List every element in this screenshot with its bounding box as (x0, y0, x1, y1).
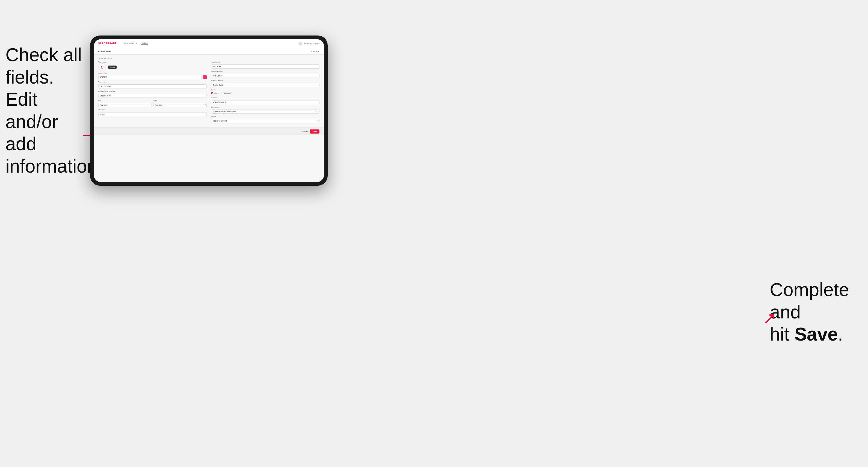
city-state-row: City State New York ✕ ▾ (98, 100, 207, 107)
annotation-right-line1: Complete and (770, 279, 849, 322)
annotation-right: Complete and hit Save. (770, 279, 863, 345)
division-label: Division (211, 97, 319, 99)
division-field: Division NCAA Division III ▾ (211, 97, 319, 104)
city-field: City (98, 100, 152, 107)
division-select[interactable]: NCAA Division III (211, 100, 319, 104)
state-select[interactable]: New York (153, 103, 207, 107)
brand-name: SCOREBOARD (98, 42, 117, 44)
conference-label: Conference (211, 106, 319, 108)
form-col-left: Team logo C Upload Team colour (98, 61, 207, 125)
save-button[interactable]: Save (310, 129, 319, 133)
division-select-wrapper: NCAA Division III ▾ (211, 99, 319, 104)
display-name-field: Display name (unique) (98, 90, 207, 98)
zip-label: Zip code (98, 109, 207, 111)
assistant-coach-field: Assistant Coach (211, 70, 319, 78)
city-input[interactable] (98, 103, 152, 107)
arrow-right-indicator: ↗ (763, 309, 777, 328)
athletic-director-field: Athletic Director (211, 80, 319, 87)
tablet-screen: SCOREBOARD Powered by clippd TOURNAMENTS… (94, 39, 324, 182)
city-label: City (98, 100, 152, 101)
annotation-line1: Check all fields. (5, 44, 82, 87)
annotation-line2: Edit and/or add (5, 89, 58, 154)
state-field: State New York ✕ ▾ (153, 100, 207, 107)
close-icon[interactable]: ✕ (318, 51, 319, 53)
user-name: Test User | (304, 43, 312, 44)
team-logo-label: Team logo (98, 61, 207, 63)
mens-label: Mens (214, 92, 218, 94)
region-select-wrapper: Region II - (M) DIII ✕ ▾ (211, 118, 319, 123)
region-field: Region Region II - (M) DIII ✕ ▾ (211, 116, 319, 123)
upload-button[interactable]: Upload (108, 66, 117, 69)
conference-select-wrapper: University Athletic Association ✕ ▾ (211, 108, 319, 114)
form-col-right: Head Coach Assistant Coach Athletic Dire… (211, 61, 319, 125)
state-clear-icon[interactable]: ✕ (203, 103, 204, 105)
gender-field: Gender Mens Womens (211, 89, 319, 95)
form-columns: Team logo C Upload Team colour (98, 61, 319, 125)
zip-field: Zip code (98, 109, 207, 116)
state-select-wrapper: New York ✕ ▾ (153, 102, 207, 107)
gender-womens-option[interactable]: Womens (221, 92, 231, 94)
logo-section: C Upload (98, 63, 207, 71)
head-coach-input[interactable] (211, 64, 319, 68)
page-content: Create Team Cancel ✕ TEAM DETAILS Team l… (94, 48, 324, 182)
team-name-field: Team name (98, 81, 207, 89)
color-preview-swatch[interactable] (203, 75, 207, 79)
navbar: SCOREBOARD Powered by clippd TOURNAMENTS… (94, 39, 324, 48)
region-select[interactable]: Region II - (M) DIII (211, 119, 319, 123)
display-name-input[interactable] (98, 94, 207, 98)
assistant-coach-input[interactable] (211, 74, 319, 78)
gender-radio-group: Mens Womens (211, 91, 319, 95)
conference-clear-icon[interactable]: ✕ (315, 110, 317, 112)
nav-tournaments[interactable]: TOURNAMENTS (122, 42, 137, 45)
navbar-right: Test User | Sign out (299, 42, 319, 45)
annotation-save-word: Save (795, 323, 838, 344)
logo-circle: C (98, 63, 106, 71)
create-team-header: Create Team Cancel ✕ (94, 48, 324, 55)
user-avatar (299, 42, 302, 45)
nav-teams[interactable]: TEAMS (141, 42, 148, 45)
region-clear-icon[interactable]: ✕ (315, 119, 317, 121)
gender-mens-option[interactable]: Mens (211, 92, 218, 94)
team-name-label: Team name (98, 81, 207, 83)
womens-label: Womens (224, 92, 231, 94)
team-colour-input[interactable] (98, 75, 202, 79)
brand-powered: Powered by clippd (98, 44, 117, 45)
team-logo-field: Team logo C Upload (98, 61, 207, 71)
annotation-period: . (838, 323, 843, 344)
create-team-title: Create Team (98, 50, 111, 53)
header-cancel[interactable]: Cancel ✕ (311, 51, 319, 53)
cancel-label: Cancel (311, 51, 317, 53)
team-colour-field: Team colour (98, 73, 207, 79)
form-footer: Cancel Save (94, 128, 324, 135)
team-name-input[interactable] (98, 84, 207, 89)
tablet-device: SCOREBOARD Powered by clippd TOURNAMENTS… (90, 35, 328, 186)
annotation-left: Check all fields. Edit and/or add inform… (5, 44, 82, 178)
conference-field: Conference University Athletic Associati… (211, 106, 319, 114)
state-label: State (153, 100, 207, 101)
annotation-line3: information. (5, 156, 102, 177)
display-name-label: Display name (unique) (98, 90, 207, 92)
color-field-wrapper (98, 75, 207, 79)
athletic-director-label: Athletic Director (211, 80, 319, 82)
womens-radio-icon[interactable] (221, 92, 223, 94)
form-body: TEAM DETAILS Team logo C Upload (94, 55, 324, 128)
brand-logo: SCOREBOARD Powered by clippd (98, 42, 117, 45)
cancel-button[interactable]: Cancel (302, 130, 308, 132)
head-coach-field: Head Coach (211, 61, 319, 68)
mens-radio-icon[interactable] (211, 92, 213, 94)
head-coach-label: Head Coach (211, 61, 319, 63)
zip-input[interactable] (98, 112, 207, 116)
logo-letter: C (101, 65, 103, 69)
signout-link[interactable]: Sign out (313, 43, 319, 44)
section-label: TEAM DETAILS (98, 57, 319, 59)
athletic-director-input[interactable] (211, 83, 319, 87)
assistant-coach-label: Assistant Coach (211, 70, 319, 72)
region-label: Region (211, 116, 319, 117)
conference-select[interactable]: University Athletic Association (211, 110, 319, 114)
gender-label: Gender (211, 89, 319, 91)
nav-links: TOURNAMENTS TEAMS (122, 42, 299, 45)
team-colour-label: Team colour (98, 73, 207, 74)
